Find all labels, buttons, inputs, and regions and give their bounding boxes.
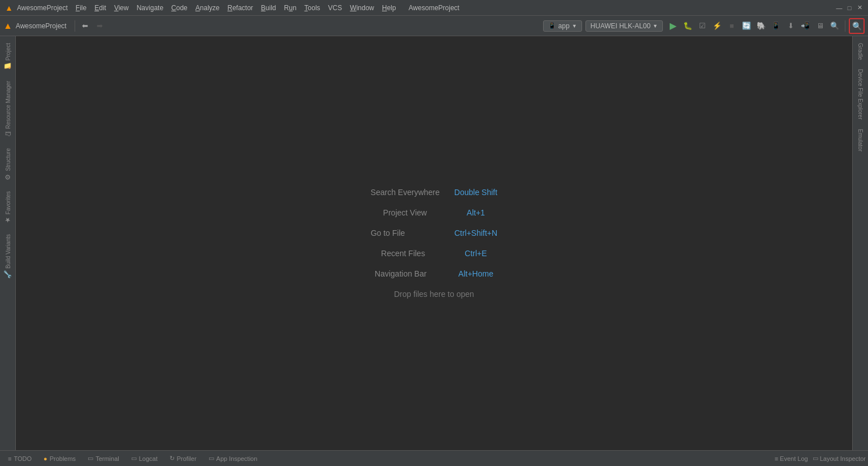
sdk-manager-button[interactable]: ⬇ bbox=[784, 19, 797, 33]
app-selector[interactable]: 📱 app ▼ bbox=[543, 20, 582, 32]
hint-project-view-key: Alt+1 bbox=[467, 205, 485, 221]
menu-tools[interactable]: Tools bbox=[301, 3, 324, 13]
sidebar-tab-device-file-explorer[interactable]: Device File Explorer bbox=[856, 64, 865, 124]
event-log-button[interactable]: ≡ Event Log bbox=[775, 455, 808, 462]
tab-app-inspection-label: App Inspection bbox=[216, 455, 258, 462]
toolbar-app-icon: ▲ bbox=[3, 21, 12, 31]
layout-inspector-icon: ▭ bbox=[813, 455, 818, 462]
debug-button[interactable]: 🐛 bbox=[681, 19, 695, 33]
right-sidebar: Gradle Device File Explorer Emulator bbox=[852, 36, 868, 450]
hint-search-everywhere: Search Everywhere Double Shift bbox=[371, 184, 497, 200]
hint-drop-files-label: Drop files here to open bbox=[394, 286, 474, 302]
search-everywhere-button[interactable]: 🔍 bbox=[849, 18, 865, 34]
hint-search-everywhere-key: Double Shift bbox=[454, 184, 497, 200]
menu-navigate[interactable]: Navigate bbox=[133, 3, 167, 13]
content-area: Search Everywhere Double Shift Project V… bbox=[16, 36, 852, 450]
structure-icon: ⚙ bbox=[4, 173, 12, 181]
sidebar-tab-emulator[interactable]: Emulator bbox=[856, 124, 865, 156]
menu-refactor[interactable]: Refactor bbox=[224, 3, 256, 13]
menu-run[interactable]: Run bbox=[281, 3, 300, 13]
layout-inspector-tab[interactable]: ▭ Layout Inspector bbox=[813, 455, 866, 462]
build-variants-icon: 🔧 bbox=[4, 270, 12, 279]
run-button[interactable]: ▶ bbox=[666, 19, 680, 33]
app-icon-small: 📱 bbox=[548, 22, 556, 29]
layout-inspector-button[interactable]: 🔍 bbox=[828, 19, 841, 33]
maximize-button[interactable]: □ bbox=[845, 4, 853, 12]
sync-button[interactable]: 🔄 bbox=[740, 19, 753, 33]
hint-project-view: Project View Alt+1 bbox=[383, 205, 485, 221]
menu-edit[interactable]: Edit bbox=[91, 3, 110, 13]
sidebar-tab-favorites-label: Favorites bbox=[5, 191, 11, 214]
close-button[interactable]: ✕ bbox=[856, 4, 863, 12]
back-button[interactable]: ⬅ bbox=[79, 19, 92, 33]
menu-code[interactable]: Code bbox=[168, 3, 191, 13]
tab-profiler[interactable]: ↻ Profiler bbox=[164, 451, 203, 466]
tab-todo[interactable]: ≡ TODO bbox=[2, 451, 38, 466]
sidebar-tab-build-variants-label: Build Variants bbox=[5, 234, 11, 269]
project-icon: 📁 bbox=[4, 62, 12, 71]
sidebar-tab-structure-label: Structure bbox=[5, 148, 11, 171]
avd-manager-button[interactable]: 📱 bbox=[769, 19, 783, 33]
tab-app-inspection[interactable]: ▭ App Inspection bbox=[203, 451, 264, 466]
menu-window[interactable]: Window bbox=[346, 3, 377, 13]
hint-recent-files: Recent Files Ctrl+E bbox=[381, 245, 487, 261]
hint-navigation-bar: Navigation Bar Alt+Home bbox=[375, 266, 493, 282]
device-selector-arrow: ▼ bbox=[653, 23, 658, 29]
menu-vcs[interactable]: VCS bbox=[325, 3, 346, 13]
menu-file[interactable]: File bbox=[72, 3, 90, 13]
tab-terminal[interactable]: ▭ Terminal bbox=[82, 451, 125, 466]
minimize-button[interactable]: — bbox=[835, 4, 843, 12]
left-sidebar: 📁 Project 🗂 Resource Manager ⚙ Structure… bbox=[0, 36, 16, 450]
hint-recent-files-label: Recent Files bbox=[381, 245, 460, 261]
bottom-tabs-bar: ≡ TODO ● Problems ▭ Terminal ▭ Logcat ↻ … bbox=[0, 450, 868, 466]
menu-help[interactable]: Help bbox=[379, 3, 400, 13]
sidebar-tab-gradle[interactable]: Gradle bbox=[856, 38, 865, 64]
hint-search-everywhere-label: Search Everywhere bbox=[371, 184, 450, 200]
tab-terminal-label: Terminal bbox=[96, 455, 119, 462]
hint-recent-files-key: Ctrl+E bbox=[465, 245, 487, 261]
tab-problems[interactable]: ● Problems bbox=[38, 451, 82, 466]
toolbar-separator-2 bbox=[845, 20, 845, 32]
title-bar: ▲ AwesomeProject File Edit View Navigate… bbox=[0, 0, 868, 16]
layout-inspector-label: Layout Inspector bbox=[820, 455, 866, 462]
resource-manager-icon: 🗂 bbox=[4, 131, 12, 138]
tab-logcat[interactable]: ▭ Logcat bbox=[125, 451, 164, 466]
stop-button[interactable]: ■ bbox=[725, 19, 739, 33]
terminal-icon: ▭ bbox=[88, 455, 93, 462]
toolbar: ▲ AwesomeProject ⬅ ➡ 📱 app ▼ HUAWEI HLK-… bbox=[0, 16, 868, 36]
profiler-icon: ↻ bbox=[170, 455, 175, 462]
device-selector[interactable]: HUAWEI HLK-AL00 ▼ bbox=[585, 20, 663, 32]
problems-icon: ● bbox=[44, 455, 47, 462]
forward-button[interactable]: ➡ bbox=[93, 19, 107, 33]
sidebar-tab-project-label: Project bbox=[5, 43, 11, 61]
sidebar-tab-build-variants[interactable]: 🔧 Build Variants bbox=[3, 230, 13, 283]
device-manager-button[interactable]: 📲 bbox=[798, 19, 812, 33]
tab-logcat-label: Logcat bbox=[139, 455, 158, 462]
tab-problems-label: Problems bbox=[50, 455, 76, 462]
sidebar-tab-structure[interactable]: ⚙ Structure bbox=[3, 144, 13, 185]
sidebar-tab-project[interactable]: 📁 Project bbox=[3, 38, 13, 75]
window-controls: — □ ✕ bbox=[835, 4, 863, 12]
logcat-icon: ▭ bbox=[131, 455, 137, 462]
event-log-label: Event Log bbox=[780, 455, 808, 462]
favorites-icon: ★ bbox=[4, 216, 12, 224]
sidebar-tab-resource-manager[interactable]: 🗂 Resource Manager bbox=[3, 76, 13, 143]
hint-project-view-label: Project View bbox=[383, 205, 462, 221]
toolbar-project-name: AwesomeProject bbox=[16, 22, 67, 30]
sidebar-tab-favorites[interactable]: ★ Favorites bbox=[3, 187, 13, 228]
profile-button[interactable]: ⚡ bbox=[710, 19, 724, 33]
toolbar-separator-1 bbox=[75, 20, 75, 32]
tab-todo-label: TODO bbox=[14, 455, 32, 462]
menu-analyze[interactable]: Analyze bbox=[192, 3, 223, 13]
title-project-name: AwesomeProject bbox=[17, 4, 68, 12]
hint-go-to-file-label: Go to File bbox=[371, 225, 450, 241]
coverage-button[interactable]: ☑ bbox=[696, 19, 709, 33]
todo-icon: ≡ bbox=[8, 455, 11, 462]
menu-build[interactable]: Build bbox=[258, 3, 280, 13]
gradle-sync-button[interactable]: 🐘 bbox=[754, 19, 768, 33]
device-selector-label: HUAWEI HLK-AL00 bbox=[591, 22, 650, 30]
emulator-button[interactable]: 🖥 bbox=[813, 19, 827, 33]
hint-navigation-bar-label: Navigation Bar bbox=[375, 266, 454, 282]
menu-view[interactable]: View bbox=[111, 3, 132, 13]
tab-profiler-label: Profiler bbox=[177, 455, 197, 462]
